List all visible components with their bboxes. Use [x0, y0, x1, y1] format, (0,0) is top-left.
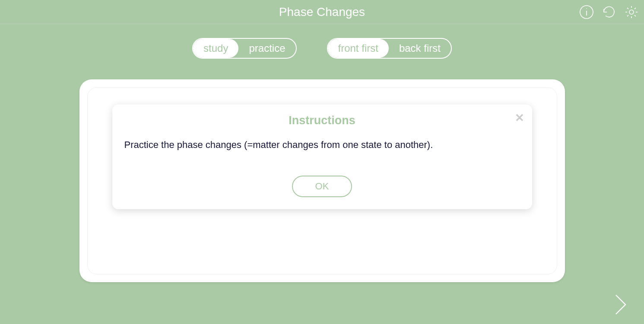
svg-point-3	[629, 10, 634, 14]
front-first-toggle[interactable]: front first	[328, 39, 389, 58]
info-icon[interactable]	[579, 5, 594, 19]
close-icon[interactable]: ✕	[515, 112, 524, 123]
toggle-row: study practice front first back first	[0, 38, 644, 59]
modal-title: Instructions	[123, 114, 522, 127]
instructions-modal: ✕ Instructions Practice the phase change…	[112, 104, 532, 209]
modal-body: Practice the phase changes (=matter chan…	[123, 139, 522, 151]
gear-icon[interactable]	[624, 5, 639, 19]
practice-toggle[interactable]: practice	[238, 39, 295, 58]
mode-toggle: study practice	[192, 38, 296, 59]
header: Phase Changes	[0, 0, 644, 24]
ok-button[interactable]: OK	[292, 176, 352, 197]
modal-footer: OK	[123, 176, 522, 197]
flashcard-area: ✕ Instructions Practice the phase change…	[79, 79, 565, 282]
page-title: Phase Changes	[279, 5, 365, 19]
back-first-toggle[interactable]: back first	[389, 39, 451, 58]
next-arrow-icon[interactable]	[609, 289, 631, 320]
header-icons	[579, 5, 639, 19]
study-toggle[interactable]: study	[193, 39, 238, 58]
side-toggle: front first back first	[327, 38, 452, 59]
svg-point-2	[586, 8, 587, 9]
refresh-icon[interactable]	[602, 5, 616, 19]
